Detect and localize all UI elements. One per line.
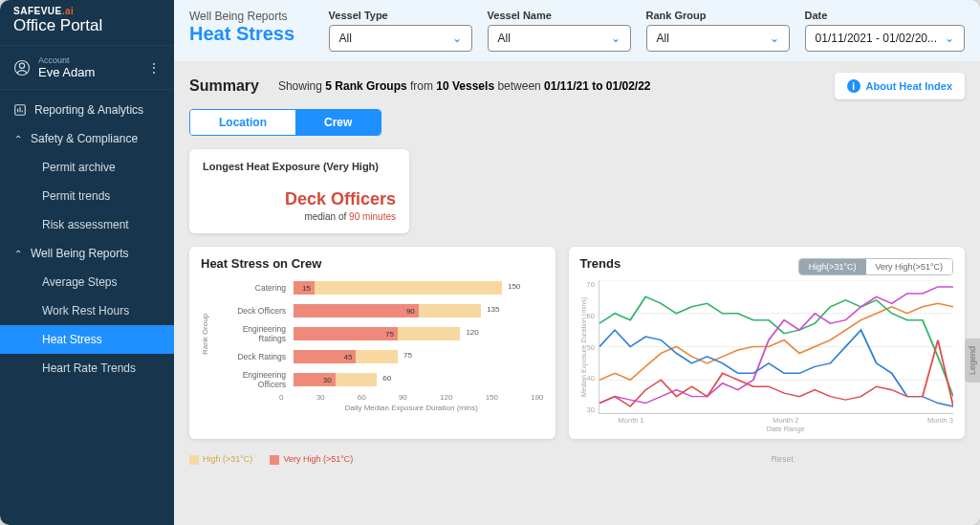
bar-track: 3060 bbox=[294, 371, 544, 388]
bar-category-label: Engineering Officers bbox=[215, 370, 290, 389]
legend-very-high: Very High (>51°C) bbox=[270, 454, 353, 465]
bar-very-high-segment[interactable]: 30 bbox=[294, 373, 336, 386]
legend-high: High (>31°C) bbox=[189, 454, 252, 465]
nav-permit-trends[interactable]: Permit trends bbox=[0, 182, 174, 210]
bar-value-label: 60 bbox=[382, 374, 391, 383]
tick-label: 50 bbox=[587, 343, 595, 352]
select-vessel-type[interactable]: All ⌄ bbox=[329, 25, 472, 52]
bar-high-segment[interactable] bbox=[294, 281, 502, 295]
filter-row: Vessel Type All ⌄ Vessel Name All ⌄ Rank… bbox=[329, 10, 965, 52]
card-header: Longest Heat Exposure (Very High) bbox=[203, 161, 396, 172]
chevron-down-icon: ⌄ bbox=[452, 32, 462, 45]
nav-label: Permit trends bbox=[42, 189, 110, 203]
account-block[interactable]: Account Eve Adam ⋮ bbox=[0, 45, 174, 90]
bar-track: 4575 bbox=[294, 348, 544, 365]
bar-very-high-segment[interactable]: 15 bbox=[294, 281, 315, 295]
select-rank-group[interactable]: All ⌄ bbox=[646, 25, 790, 52]
nav-work-rest-hours[interactable]: Work Rest Hours bbox=[0, 296, 174, 325]
filter-vessel-name: Vessel Name All ⌄ bbox=[488, 10, 631, 52]
button-label: About Heat Index bbox=[866, 80, 952, 92]
nav-label: Well Being Reports bbox=[31, 247, 129, 260]
main-content: Well Being Reports Heat Stress Vessel Ty… bbox=[174, 0, 980, 525]
account-label: Account bbox=[38, 55, 95, 65]
bar-value-label: 75 bbox=[403, 351, 412, 360]
exposure-sub: median of 90 minutes bbox=[203, 211, 396, 222]
chevron-up-icon: ⌃ bbox=[13, 249, 23, 259]
trend-svg bbox=[599, 280, 953, 414]
toggle-high[interactable]: High(>31°C) bbox=[799, 259, 866, 274]
sidebar: SAFEVUE.ai Office Portal Account Eve Ada… bbox=[0, 0, 174, 525]
trend-x-axis-label: Date Range bbox=[619, 425, 953, 433]
trend-line[interactable] bbox=[599, 330, 953, 406]
bar-row: Engineering Officers3060 bbox=[215, 368, 544, 391]
bar-x-axis: 0306090120150180 bbox=[279, 393, 544, 402]
trend-x-axis: Month 1Month 2Month 3 bbox=[619, 416, 953, 425]
account-name: Eve Adam bbox=[38, 65, 95, 79]
tick-label: 60 bbox=[587, 312, 595, 320]
nav-average-steps[interactable]: Average Steps bbox=[0, 268, 174, 296]
page-title: Heat Stress bbox=[189, 23, 294, 45]
summary-title: Summary bbox=[189, 77, 259, 95]
legend-row: High (>31°C) Very High (>51°C) Reset bbox=[189, 454, 965, 465]
nav-heat-stress[interactable]: Heat Stress bbox=[0, 325, 174, 354]
nav-label: Risk assessment bbox=[42, 218, 129, 231]
tick-label: 150 bbox=[486, 393, 498, 402]
select-value: All bbox=[339, 32, 352, 45]
filter-rank-group: Rank Group All ⌄ bbox=[646, 10, 790, 52]
user-icon bbox=[13, 59, 31, 77]
nav-label: Safety & Compliance bbox=[31, 132, 138, 145]
bar-very-high-segment[interactable]: 45 bbox=[294, 350, 356, 363]
nav-permit-archive[interactable]: Permit archive bbox=[0, 153, 174, 182]
swatch-icon bbox=[270, 455, 279, 465]
tick-label: Month 1 bbox=[619, 416, 644, 425]
filter-label: Date bbox=[805, 10, 965, 21]
select-value: 01/11/2021 - 01/02/20... bbox=[816, 32, 937, 45]
summary-subtitle: Showing 5 Rank Groups from 10 Vessels be… bbox=[278, 79, 651, 93]
trend-plot: Median Exposure Duration (mins) 70605040… bbox=[580, 280, 953, 414]
nav-label: Permit archive bbox=[42, 161, 116, 174]
nav-reporting-analytics[interactable]: Reporting & Analytics bbox=[0, 96, 174, 124]
breadcrumb: Well Being Reports bbox=[189, 10, 294, 23]
filter-vessel-type: Vessel Type All ⌄ bbox=[329, 10, 472, 52]
bar-category-label: Catering bbox=[215, 283, 290, 293]
bar-very-high-segment[interactable]: 75 bbox=[294, 327, 398, 340]
nav-safety-compliance[interactable]: ⌃ Safety & Compliance bbox=[0, 124, 174, 153]
trends-card: Trends High(>31°C) Very High(>51°C) Medi… bbox=[569, 247, 965, 439]
nav-well-being-reports[interactable]: ⌃ Well Being Reports bbox=[0, 239, 174, 268]
filter-label: Rank Group bbox=[646, 10, 790, 21]
bar-row: Engineering Ratings75120 bbox=[215, 322, 544, 345]
tick-label: 180 bbox=[531, 393, 543, 402]
toggle-very-high[interactable]: Very High(>51°C) bbox=[866, 259, 952, 274]
bar-track: 90135 bbox=[294, 302, 544, 319]
trend-y-axis-label: Median Exposure Duration (mins) bbox=[580, 280, 587, 414]
trend-y-axis: 7060504030 bbox=[587, 280, 599, 414]
trend-line[interactable] bbox=[599, 340, 953, 407]
summary-row: Summary Showing 5 Rank Groups from 10 Ve… bbox=[189, 73, 965, 99]
segment-location[interactable]: Location bbox=[190, 110, 295, 135]
chevron-down-icon: ⌄ bbox=[945, 32, 954, 45]
longest-exposure-card: Longest Heat Exposure (Very High) Deck O… bbox=[189, 149, 409, 233]
legend-tab[interactable]: Legend bbox=[965, 339, 980, 383]
filter-label: Vessel Type bbox=[329, 10, 472, 21]
filter-date: Date 01/11/2021 - 01/02/20... ⌄ bbox=[805, 10, 965, 52]
bar-y-axis-label: Rank Group bbox=[201, 276, 209, 391]
nav-risk-assessment[interactable]: Risk assessment bbox=[0, 210, 174, 239]
tick-label: Month 2 bbox=[773, 416, 798, 425]
about-heat-index-button[interactable]: i About Heat Index bbox=[835, 73, 965, 99]
nav-heart-rate-trends[interactable]: Heart Rate Trends bbox=[0, 354, 174, 383]
bar-very-high-segment[interactable]: 90 bbox=[294, 304, 419, 317]
select-vessel-name[interactable]: All ⌄ bbox=[488, 25, 631, 52]
nav-label: Average Steps bbox=[42, 275, 118, 289]
chart-icon bbox=[13, 103, 27, 117]
bar-value-label: 120 bbox=[466, 328, 478, 337]
account-menu-kebab-icon[interactable]: ⋮ bbox=[147, 60, 161, 76]
info-icon: i bbox=[847, 79, 860, 93]
segment-crew[interactable]: Crew bbox=[295, 110, 381, 135]
chart-title: Trends bbox=[580, 256, 621, 271]
bar-track: 15150 bbox=[294, 279, 544, 296]
reset-button[interactable]: Reset bbox=[541, 454, 794, 464]
bar-track: 75120 bbox=[294, 325, 544, 342]
tick-label: Month 3 bbox=[927, 416, 953, 425]
select-date[interactable]: 01/11/2021 - 01/02/20... ⌄ bbox=[805, 25, 965, 52]
select-value: All bbox=[498, 32, 511, 45]
